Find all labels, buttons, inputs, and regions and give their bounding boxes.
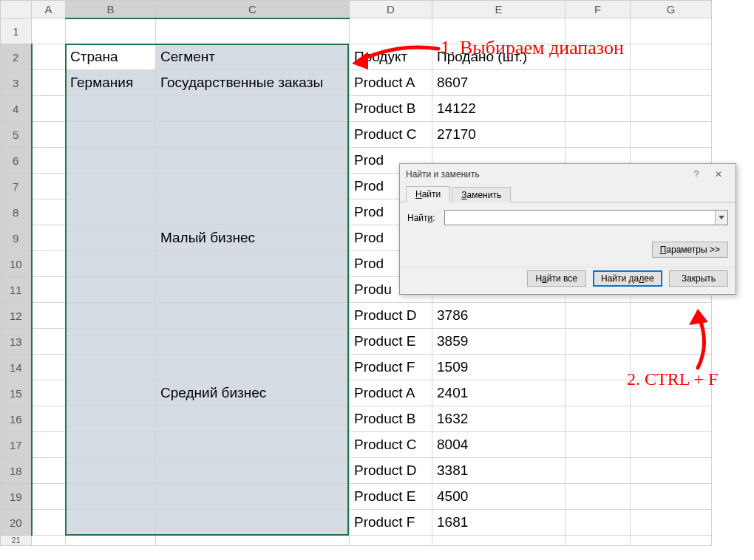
cell[interactable] bbox=[156, 303, 350, 329]
cell[interactable]: 3859 bbox=[432, 329, 566, 355]
col-header-C[interactable]: C bbox=[156, 1, 350, 18]
row-header[interactable]: 11 bbox=[1, 277, 32, 303]
cell[interactable]: Product E bbox=[350, 329, 432, 355]
help-icon[interactable]: ? bbox=[685, 169, 707, 180]
row-header[interactable]: 16 bbox=[1, 406, 32, 432]
cell[interactable]: 1509 bbox=[432, 355, 566, 380]
row-header[interactable]: 2 bbox=[1, 44, 32, 70]
cell[interactable]: 1681 bbox=[432, 510, 566, 536]
cell[interactable] bbox=[566, 70, 631, 96]
cell[interactable] bbox=[566, 329, 631, 355]
cell[interactable] bbox=[350, 536, 432, 546]
cell[interactable]: 8004 bbox=[432, 432, 566, 458]
cell[interactable] bbox=[66, 277, 156, 303]
cell[interactable]: 27170 bbox=[432, 122, 566, 148]
cell[interactable] bbox=[631, 484, 712, 510]
find-next-button[interactable]: Найти далее bbox=[593, 270, 662, 287]
cell[interactable] bbox=[566, 406, 631, 432]
cell[interactable] bbox=[631, 406, 712, 432]
cell[interactable] bbox=[156, 355, 350, 380]
cell[interactable] bbox=[156, 458, 350, 484]
cell[interactable] bbox=[566, 458, 631, 484]
row-header[interactable]: 19 bbox=[1, 484, 32, 510]
cell[interactable] bbox=[32, 277, 66, 303]
cell[interactable] bbox=[566, 484, 631, 510]
cell[interactable]: 4500 bbox=[432, 484, 566, 510]
cell-header-sold[interactable]: Продано (шт.) bbox=[432, 44, 566, 70]
cell[interactable] bbox=[566, 510, 631, 536]
cell[interactable] bbox=[631, 380, 712, 406]
cell[interactable] bbox=[566, 380, 631, 406]
cell[interactable] bbox=[432, 18, 566, 44]
col-header-G[interactable]: G bbox=[631, 1, 712, 18]
cell[interactable] bbox=[66, 536, 156, 546]
row-header[interactable]: 9 bbox=[1, 225, 32, 251]
cell[interactable] bbox=[66, 199, 156, 225]
cell[interactable] bbox=[631, 458, 712, 484]
row-header[interactable]: 12 bbox=[1, 303, 32, 329]
cell[interactable]: Product B bbox=[350, 96, 432, 122]
cell[interactable]: Product C bbox=[350, 432, 432, 458]
cell[interactable] bbox=[32, 380, 66, 406]
cell[interactable]: Product D bbox=[350, 458, 432, 484]
cell[interactable] bbox=[32, 432, 66, 458]
cell[interactable] bbox=[32, 70, 66, 96]
row-header[interactable]: 17 bbox=[1, 432, 32, 458]
cell[interactable] bbox=[156, 96, 350, 122]
cell[interactable] bbox=[156, 277, 350, 303]
cell[interactable] bbox=[156, 251, 350, 277]
row-header[interactable]: 14 bbox=[1, 355, 32, 380]
cell[interactable]: 1632 bbox=[432, 406, 566, 432]
row-header[interactable]: 4 bbox=[1, 96, 32, 122]
cell[interactable]: Германия bbox=[66, 70, 156, 96]
cell[interactable] bbox=[566, 536, 631, 546]
cell[interactable] bbox=[32, 251, 66, 277]
cell[interactable]: Product D bbox=[350, 303, 432, 329]
row-header[interactable]: 10 bbox=[1, 251, 32, 277]
cell[interactable] bbox=[156, 122, 350, 148]
cell[interactable] bbox=[156, 18, 350, 44]
cell[interactable] bbox=[156, 329, 350, 355]
cell[interactable] bbox=[32, 406, 66, 432]
cell[interactable] bbox=[566, 18, 631, 44]
cell[interactable] bbox=[631, 329, 712, 355]
cell[interactable] bbox=[631, 303, 712, 329]
tab-replace[interactable]: Заменить bbox=[452, 187, 511, 202]
row-header[interactable]: 8 bbox=[1, 199, 32, 225]
cell[interactable] bbox=[66, 148, 156, 174]
cell[interactable]: Product C bbox=[350, 122, 432, 148]
cell[interactable] bbox=[156, 148, 350, 174]
cell[interactable] bbox=[631, 18, 712, 44]
params-button[interactable]: Параметры >> bbox=[652, 242, 728, 258]
cell[interactable] bbox=[66, 484, 156, 510]
cell[interactable] bbox=[566, 303, 631, 329]
cell[interactable]: 3786 bbox=[432, 303, 566, 329]
row-header[interactable]: 21 bbox=[1, 536, 32, 546]
cell[interactable] bbox=[156, 536, 350, 546]
row-header[interactable]: 18 bbox=[1, 458, 32, 484]
cell[interactable] bbox=[66, 303, 156, 329]
cell[interactable]: Product F bbox=[350, 355, 432, 380]
cell[interactable] bbox=[32, 18, 66, 44]
cell[interactable]: Государственные заказы bbox=[156, 70, 350, 96]
cell[interactable] bbox=[566, 96, 631, 122]
cell[interactable] bbox=[66, 355, 156, 380]
cell[interactable]: Product A bbox=[350, 70, 432, 96]
cell[interactable] bbox=[32, 458, 66, 484]
cell[interactable] bbox=[631, 536, 712, 546]
col-header-F[interactable]: F bbox=[566, 1, 631, 18]
find-combobox[interactable] bbox=[444, 210, 728, 225]
chevron-down-icon[interactable] bbox=[715, 211, 727, 225]
cell[interactable]: Средний бизнес bbox=[156, 380, 350, 406]
col-header-E[interactable]: E bbox=[432, 1, 566, 18]
cell[interactable] bbox=[32, 355, 66, 380]
cell[interactable] bbox=[66, 122, 156, 148]
cell[interactable] bbox=[631, 96, 712, 122]
cell[interactable] bbox=[566, 44, 631, 70]
cell[interactable] bbox=[156, 199, 350, 225]
cell[interactable]: 3381 bbox=[432, 458, 566, 484]
cell[interactable] bbox=[66, 432, 156, 458]
row-header[interactable]: 3 bbox=[1, 70, 32, 96]
cell[interactable]: 2401 bbox=[432, 380, 566, 406]
row-header[interactable]: 13 bbox=[1, 329, 32, 355]
